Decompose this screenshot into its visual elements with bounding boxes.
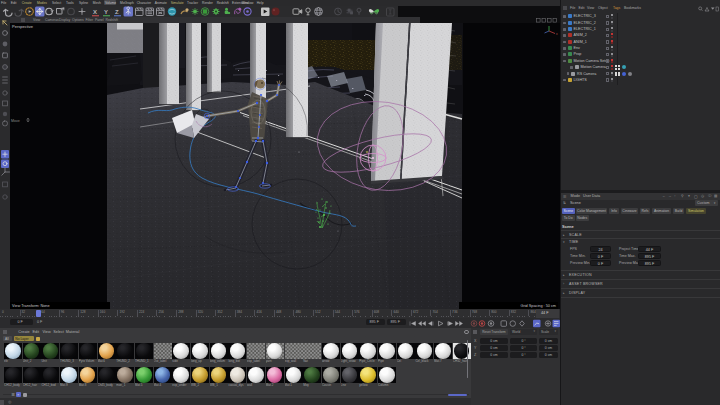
svg-text:Perspective: Perspective [12,24,34,29]
svg-text:Z: Z [115,9,119,15]
svg-text:Grid Spacing : 50 cm: Grid Spacing : 50 cm [521,304,556,308]
svg-text:View Transform: None: View Transform: None [12,304,50,308]
svg-text:Y: Y [104,9,108,15]
svg-text:X: X [93,9,97,15]
svg-text:Move: Move [11,119,20,123]
